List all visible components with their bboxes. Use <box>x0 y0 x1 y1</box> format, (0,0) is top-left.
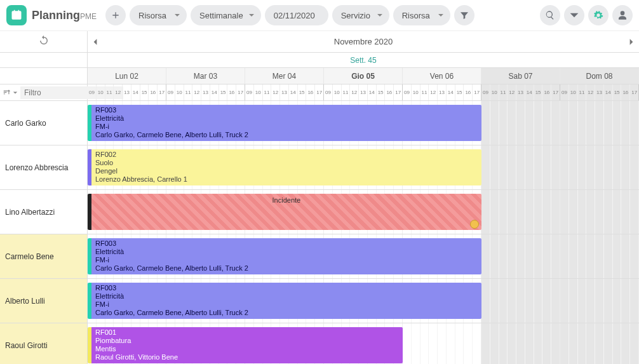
timeline[interactable]: RF002SuoloDengelLorenzo Abbrescia, Carre… <box>88 145 639 189</box>
hour-tick: 11 <box>578 84 587 100</box>
day-header[interactable]: Gio 05 <box>324 68 403 84</box>
gear-icon <box>593 10 603 20</box>
task-line: RF003 <box>95 106 478 114</box>
task-line: FM-i <box>95 256 478 264</box>
hour-tick: 09 <box>560 84 569 100</box>
logo-text: PlanningPME <box>32 9 97 22</box>
resource-name[interactable]: Lorenzo Abbrescia <box>0 145 88 189</box>
resource-name[interactable]: Alberto Lulli <box>0 279 88 323</box>
task-line: Carlo Garko, Carmelo Bene, Alberto Lulli… <box>95 131 478 139</box>
toolbar: PlanningPME Risorsa Settimanale Servizio… <box>0 0 639 31</box>
funnel-icon <box>459 10 469 20</box>
resource-name[interactable]: Carlo Garko <box>0 101 88 145</box>
hour-tick: 17 <box>473 84 481 100</box>
hour-tick: 14 <box>525 84 534 100</box>
refresh-cell <box>0 31 88 52</box>
hour-tick: 15 <box>219 84 228 100</box>
hour-tick: 15 <box>377 84 386 100</box>
day-header[interactable]: Dom 08 <box>560 68 639 84</box>
hour-tick: 11 <box>342 84 351 100</box>
hour-tick: 17 <box>630 84 638 100</box>
task-line: Elettricità <box>95 114 478 123</box>
sort-button[interactable] <box>3 88 18 97</box>
hour-tick: 12 <box>271 84 280 100</box>
hour-tick: 13 <box>516 84 525 100</box>
hour-tick: 09 <box>88 84 97 100</box>
task-line: Elettricità <box>95 248 478 256</box>
task-bar[interactable]: RF002SuoloDengelLorenzo Abbrescia, Carre… <box>88 149 481 185</box>
resource-row: Lorenzo AbbresciaRF002SuoloDengelLorenzo… <box>0 145 639 190</box>
user-button[interactable] <box>612 5 633 25</box>
hour-tick: 16 <box>227 84 236 100</box>
chevron-down-icon <box>569 10 579 20</box>
add-button[interactable] <box>105 5 126 25</box>
filter-row: 0910111213141516170910111213141516170910… <box>0 84 639 101</box>
days-header: Lun 02Mar 03Mer 04Gio 05Ven 06Sab 07Dom … <box>0 68 639 84</box>
task-bar[interactable]: Incidente <box>88 194 481 230</box>
hour-tick: 10 <box>175 84 184 100</box>
day-header[interactable]: Mer 04 <box>245 68 324 84</box>
period-dropdown[interactable]: Settimanale <box>191 5 261 25</box>
refresh-button[interactable] <box>38 35 50 48</box>
timeline[interactable]: RF003ElettricitàFM-iCarlo Garko, Carmelo… <box>88 279 639 323</box>
task-bar[interactable]: RF003ElettricitàFM-iCarlo Garko, Carmelo… <box>88 283 481 319</box>
hour-tick: 15 <box>455 84 464 100</box>
settings-button[interactable] <box>588 5 609 25</box>
day-header[interactable]: Lun 02 <box>88 68 166 84</box>
week-label[interactable]: Sett. 45 <box>88 53 639 67</box>
hour-tick: 09 <box>403 84 412 100</box>
hour-tick: 11 <box>184 84 193 100</box>
group-by-dropdown[interactable]: Risorsa <box>393 5 450 25</box>
task-line: Lorenzo Abbrescia, Carrello 1 <box>95 175 478 184</box>
service-dropdown[interactable]: Servizio <box>332 5 389 25</box>
hour-tick: 16 <box>464 84 473 100</box>
timeline[interactable]: RF003ElettricitàFM-iCarlo Garko, Carmelo… <box>88 101 639 145</box>
hour-tick: 11 <box>263 84 272 100</box>
day-header[interactable]: Sab 07 <box>481 68 560 84</box>
plus-icon <box>111 10 121 20</box>
chevron-down-icon <box>438 12 444 18</box>
resource-name[interactable]: Raoul Girotti <box>0 323 88 364</box>
timeline[interactable]: RF001PiombaturaMentisRaoul Girotti, Vitt… <box>88 323 639 364</box>
hour-tick: 17 <box>236 84 245 100</box>
hour-tick: 11 <box>420 84 429 100</box>
chevron-down-icon <box>248 12 255 18</box>
resource-name[interactable]: Carmelo Bene <box>0 234 88 278</box>
month-label: Novembre 2020 <box>103 37 624 46</box>
filter-button[interactable] <box>454 5 474 25</box>
day-header[interactable]: Mar 03 <box>166 68 245 84</box>
hour-tick: 10 <box>412 84 420 100</box>
day-header[interactable]: Ven 06 <box>403 68 481 84</box>
dropdown-label: Risorsa <box>138 11 169 20</box>
task-line: Carlo Garko, Carmelo Bene, Alberto Lulli… <box>95 309 478 317</box>
hour-tick: 12 <box>429 84 438 100</box>
timeline[interactable]: RF003ElettricitàFM-iCarlo Garko, Carmelo… <box>88 234 639 278</box>
view-by-dropdown[interactable]: Risorsa <box>130 5 187 25</box>
resource-row: Alberto LulliRF003ElettricitàFM-iCarlo G… <box>0 279 639 323</box>
hour-tick: 10 <box>569 84 578 100</box>
hour-tick: 13 <box>595 84 604 100</box>
task-line: RF002 <box>95 151 478 159</box>
task-bar[interactable]: RF003ElettricitàFM-iCarlo Garko, Carmelo… <box>88 105 481 141</box>
logo: PlanningPME <box>6 5 97 25</box>
scheduler-grid: Carlo GarkoRF003ElettricitàFM-iCarlo Gar… <box>0 101 639 364</box>
timeline[interactable]: Incidente <box>88 190 639 234</box>
hour-tick: 12 <box>192 84 201 100</box>
hour-tick: 17 <box>551 84 560 100</box>
hour-tick: 13 <box>201 84 210 100</box>
hour-tick: 13 <box>280 84 289 100</box>
hour-tick: 16 <box>149 84 158 100</box>
task-bar[interactable]: RF003ElettricitàFM-iCarlo Garko, Carmelo… <box>88 238 481 274</box>
task-line: RF003 <box>95 284 478 292</box>
month-nav: Novembre 2020 <box>0 31 639 53</box>
date-input[interactable] <box>265 5 328 25</box>
chevron-down-icon <box>13 90 18 95</box>
more-button[interactable] <box>564 5 584 25</box>
search-button[interactable] <box>540 5 560 25</box>
resource-name[interactable]: Lino Albertazzi <box>0 190 88 234</box>
task-line: Piombatura <box>95 337 399 345</box>
next-period[interactable] <box>624 31 639 52</box>
prev-period[interactable] <box>88 31 103 52</box>
task-bar[interactable]: RF001PiombaturaMentisRaoul Girotti, Vitt… <box>88 327 403 363</box>
hour-tick: 16 <box>621 84 630 100</box>
